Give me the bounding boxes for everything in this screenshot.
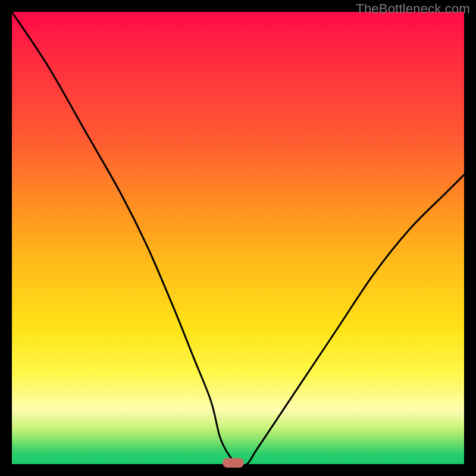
- bottleneck-line: [12, 12, 464, 464]
- watermark-text: TheBottleneck.com: [356, 1, 470, 17]
- plot-area: [12, 12, 464, 464]
- chart-frame: TheBottleneck.com: [0, 0, 476, 476]
- minimum-marker-icon: [223, 458, 244, 468]
